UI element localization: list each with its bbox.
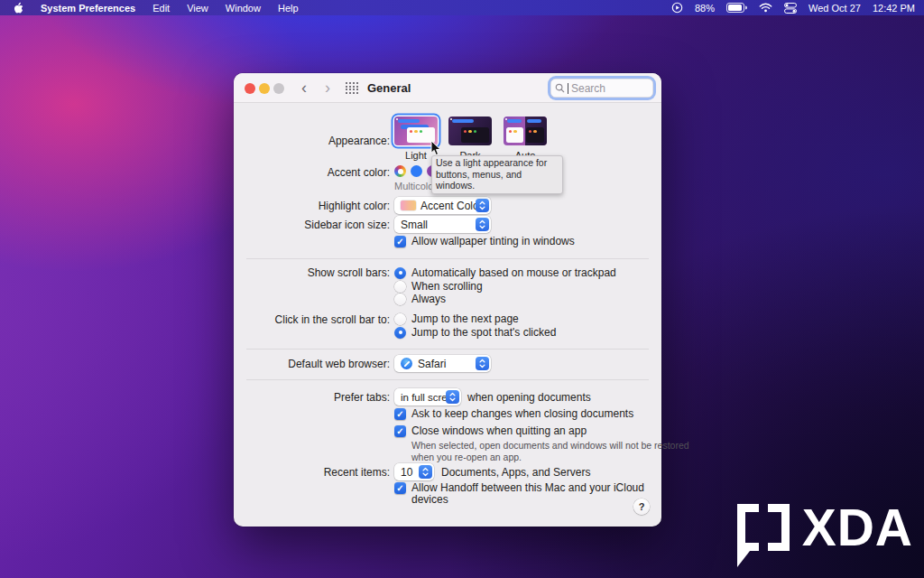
accent-color-label: Accent color: [234,166,390,179]
appearance-option-auto[interactable] [504,117,547,145]
scrollclick-option-next-page: Jump to the next page [394,312,519,325]
accent-swatch-blue[interactable] [411,165,422,177]
highlight-color-popup[interactable]: Accent Color [394,197,491,214]
radio-unselected[interactable] [394,294,406,305]
back-button[interactable]: ‹ [297,77,311,98]
scrollclick-option-spot-clicked: Jump to the spot that's clicked [394,326,556,339]
section-divider [246,258,649,259]
wifi-icon[interactable] [759,3,772,13]
menu-view[interactable]: View [187,3,208,14]
forward-button[interactable]: › [320,77,335,98]
popup-stepper-icon [476,357,489,370]
sidebar-size-popup[interactable]: Small [394,216,491,233]
menu-window[interactable]: Window [226,3,261,14]
scrollbars-option-auto: Automatically based on mouse or trackpad [394,266,616,279]
highlight-swatch [401,200,416,210]
highlight-value: Accent Color [420,200,483,212]
recent-items-value: 10 [401,466,412,479]
battery-icon[interactable] [726,3,747,13]
xda-bracket-icon [737,502,793,569]
window-title: General [367,81,411,95]
menubar-time[interactable]: 12:42 PM [873,3,915,14]
handoff-row: Allow Handoff between this Mac and your … [394,482,661,506]
recent-items-suffix: Documents, Apps, and Servers [441,466,590,479]
recent-items-label: Recent items: [234,466,390,479]
prefer-tabs-label: Prefer tabs: [234,391,390,404]
sidebar-size-value: Small [401,219,428,231]
ask-keep-changes-label: Ask to keep changes when closing documen… [411,408,633,420]
close-windows-row: Close windows when quitting an app [394,425,587,437]
show-all-grid-icon[interactable] [346,82,358,94]
menu-bar: System Preferences Edit View Window Help… [0,0,924,15]
prefer-tabs-suffix: when opening documents [467,391,591,404]
zoom-button [273,83,284,94]
appearance-tooltip: Use a light appearance for buttons, menu… [431,155,563,194]
default-browser-popup[interactable]: Safari [394,355,491,372]
menu-help[interactable]: Help [278,3,299,14]
help-button[interactable]: ? [633,499,650,515]
close-windows-note: When selected, open documents and window… [411,440,698,463]
sidebar-size-label: Sidebar icon size: [234,219,390,231]
minimize-button[interactable] [259,83,270,94]
section-divider [246,349,649,350]
menu-edit[interactable]: Edit [152,3,170,14]
menubar-date[interactable]: Wed Oct 27 [808,3,861,14]
browser-value: Safari [418,358,446,370]
popup-stepper-icon [446,390,459,404]
radio-unselected[interactable] [394,313,406,325]
title-bar[interactable]: ‹ › General [234,73,661,103]
search-input[interactable] [568,82,641,95]
handoff-checkbox[interactable] [394,482,406,494]
auto-light-half [504,117,525,145]
wallpaper-tint-label: Allow wallpaper tinting in windows [411,236,575,247]
scroll-click-label: Click in the scroll bar to: [234,313,390,326]
close-windows-checkbox[interactable] [394,425,406,437]
default-browser-label: Default web browser: [234,358,390,370]
thumb-menubar [452,119,474,123]
search-icon [555,80,565,97]
appearance-label: Appearance: [234,135,390,147]
xda-logo-text: XDA [802,502,913,553]
thumb-menubar [398,119,420,123]
battery-percent: 88% [695,3,715,14]
radio-unselected[interactable] [394,281,406,293]
scrollbars-option-when-scrolling: When scrolling [394,280,483,293]
xda-watermark: XDA [737,502,913,569]
radio-selected[interactable] [394,267,406,279]
apple-menu-icon[interactable] [13,2,23,14]
popup-stepper-icon [476,218,489,231]
mouse-cursor [430,140,441,160]
now-playing-icon[interactable] [671,2,683,14]
prefer-tabs-popup[interactable]: in full screen [394,388,461,406]
section-divider [246,379,649,380]
wallpaper-tint-checkbox[interactable] [394,236,406,247]
auto-dark-half [525,117,547,145]
recent-items-popup[interactable]: 10 [394,463,434,480]
scroll-bars-label: Show scroll bars: [234,266,390,279]
menubar-app-name[interactable]: System Preferences [41,3,135,14]
search-field[interactable] [550,79,653,98]
ask-keep-changes-row: Ask to keep changes when closing documen… [394,408,633,420]
control-center-icon[interactable] [784,3,797,14]
system-preferences-window: ‹ › General Appearance: [234,73,661,527]
radio-selected[interactable] [394,327,406,339]
handoff-label: Allow Handoff between this Mac and your … [411,482,661,506]
wallpaper-tint-row: Allow wallpaper tinting in windows [394,236,575,247]
highlight-color-label: Highlight color: [234,200,390,212]
appearance-option-dark[interactable] [448,117,492,145]
popup-stepper-icon [419,465,432,479]
close-windows-label: Close windows when quitting an app [411,425,587,437]
scrollbars-option-always: Always [394,293,446,305]
close-button[interactable] [245,83,255,94]
popup-stepper-icon [476,199,489,212]
ask-keep-changes-checkbox[interactable] [394,408,406,420]
accent-swatch-multicolor[interactable] [394,165,406,177]
safari-icon [401,358,412,369]
thumb-mini-window [461,127,489,143]
